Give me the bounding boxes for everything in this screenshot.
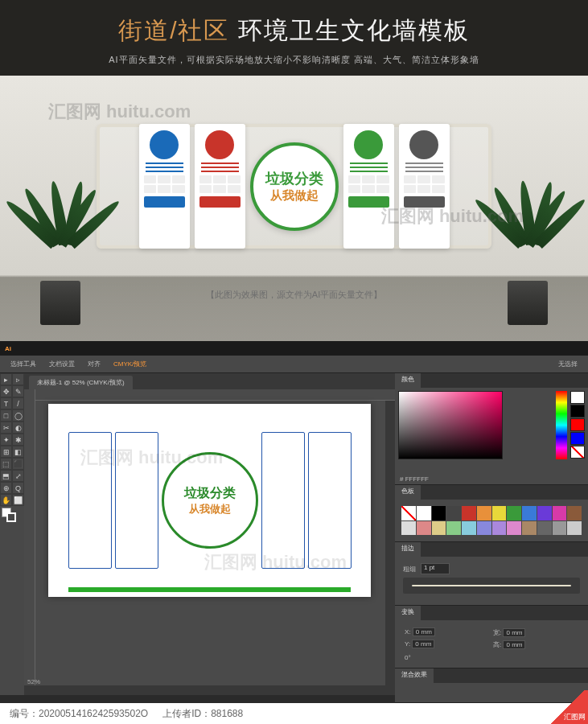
tools-panel: ▸▹✥✎T/□◯✂◐✦✱⊞◧⬚⬛⬒⤢⊕Q✋⬜ [0, 373, 24, 695]
tool-button[interactable]: ⊞ [0, 446, 12, 458]
tab-blend[interactable]: 混合效果 [395, 668, 434, 683]
wall-mockup-preview: 垃圾分类 从我做起 【此图为效果图，源文件为AI平面矢量文件】 汇图网 huit… [0, 76, 588, 341]
tab-stroke[interactable]: 描边 [395, 542, 421, 557]
swatch-grid[interactable] [400, 504, 583, 537]
brand-corner-badge: 汇图网 [549, 690, 588, 724]
title-prefix: 街道/社区 [118, 17, 229, 43]
tool-button[interactable]: ◧ [12, 446, 24, 458]
panel-hazardous [195, 124, 245, 249]
footer-metadata: 编号：2020051416242593502O 上传者ID：881688 汇图网 [0, 703, 588, 724]
tool-button[interactable]: ⊕ [0, 482, 12, 494]
plant-left [12, 180, 109, 325]
title-header: 街道/社区 环境卫生文化墙模板 AI平面矢量文件，可根据实际场地放大缩小不影响清… [0, 0, 588, 76]
tool-button[interactable]: T [0, 397, 12, 409]
transform-y[interactable]: Y: 0 mm [405, 640, 490, 649]
panel-other [399, 124, 450, 249]
title-main-text: 环境卫生文化墙模板 [238, 17, 470, 43]
badge-line1: 垃圾分类 [265, 169, 323, 188]
tool-button[interactable]: Q [12, 482, 24, 494]
transform-angle[interactable]: 0° [405, 654, 411, 661]
color-field[interactable] [398, 391, 503, 459]
opt-docsetup[interactable]: 文档设置 [45, 358, 79, 370]
illustrator-editor: Ai 选择工具 文档设置 对齐 CMYK/预览 无选择 ▸▹✥✎T/□◯✂◐✦✱… [0, 341, 588, 695]
asset-id: 编号：2020051416242593502O [10, 707, 148, 721]
ruler-horizontal[interactable] [24, 389, 395, 401]
tool-button[interactable]: ⬒ [0, 470, 12, 482]
tool-button[interactable]: ⤢ [12, 470, 24, 482]
scrollbar-horizontal[interactable] [24, 685, 395, 695]
color-panel: 颜色 # FFFFFF [395, 373, 588, 485]
tool-button[interactable]: ✋ [0, 494, 12, 506]
plant-right [479, 180, 576, 325]
right-panels: 颜色 # FFFFFF 色板 描边 [395, 373, 588, 695]
tool-button[interactable]: ✱ [12, 434, 24, 446]
scrollbar-vertical[interactable] [385, 401, 395, 685]
vector-green-bar[interactable] [68, 587, 351, 592]
badge-line2: 从我做起 [270, 188, 319, 204]
color-hex[interactable]: # FFFFFF [400, 475, 429, 483]
stroke-weight-label: 粗细 [403, 565, 416, 574]
doc-tab[interactable]: 未标题-1 @ 52% (CMYK/预览) [29, 376, 133, 389]
opt-select[interactable]: 选择工具 [6, 358, 40, 370]
vector-panel[interactable] [308, 432, 352, 569]
options-bar[interactable]: 选择工具 文档设置 对齐 CMYK/预览 无选择 [0, 356, 588, 373]
tab-swatches[interactable]: 色板 [395, 485, 421, 500]
tool-button[interactable]: ▹ [12, 373, 24, 385]
tool-button[interactable]: ✎ [12, 385, 24, 397]
opt-selection: 无选择 [554, 358, 582, 370]
page-title: 街道/社区 环境卫生文化墙模板 [24, 14, 564, 47]
document-tabs[interactable]: 未标题-1 @ 52% (CMYK/预览) [24, 373, 395, 389]
center-badge: 垃圾分类 从我做起 [250, 142, 339, 231]
fill-stroke-swatch[interactable] [0, 506, 24, 525]
transform-w[interactable]: 宽: 0 mm [493, 628, 578, 637]
panel-kitchen [343, 124, 394, 249]
panel-recyclable [139, 124, 190, 249]
status-zoom[interactable]: 52% [24, 678, 43, 685]
vector-panel[interactable] [261, 432, 305, 569]
vector-panel[interactable] [68, 432, 112, 569]
mockup-caption: 【此图为效果图，源文件为AI平面矢量文件】 [0, 289, 588, 301]
transform-panel: 变换 X: 0 mm 宽: 0 mm Y: 0 mm 高: 0 mm 0° [395, 606, 588, 668]
tool-button[interactable]: ⬛ [12, 458, 24, 470]
app-logo-icon: Ai [5, 345, 11, 352]
opt-align[interactable]: 对齐 [84, 358, 105, 370]
hue-slider[interactable] [556, 391, 567, 459]
menubar[interactable]: Ai [0, 341, 588, 356]
tool-button[interactable]: ✂ [0, 422, 12, 434]
transform-x[interactable]: X: 0 mm [405, 628, 490, 637]
tool-button[interactable]: ◐ [12, 422, 24, 434]
tab-transform[interactable]: 变换 [395, 606, 421, 620]
stroke-panel: 描边 粗细 1 pt [395, 542, 588, 606]
tool-button[interactable]: ✦ [0, 434, 12, 446]
tool-button[interactable]: ⬚ [0, 458, 12, 470]
tool-button[interactable]: ◯ [12, 409, 24, 422]
vector-panel[interactable] [115, 432, 158, 569]
wall-panels: 垃圾分类 从我做起 [113, 116, 475, 257]
color-shortcut-swatches[interactable] [570, 391, 585, 459]
swatches-panel: 色板 [395, 485, 588, 542]
vector-center-badge[interactable]: 垃圾分类 从我做起 [162, 452, 258, 549]
stroke-profile-preview[interactable] [403, 578, 580, 594]
tool-button[interactable]: / [12, 397, 24, 409]
canvas-area[interactable]: 未标题-1 @ 52% (CMYK/预览) 垃圾分类 从我做起 52% 汇图网 … [24, 373, 395, 695]
tool-button[interactable]: ⬜ [12, 494, 24, 506]
tool-button[interactable]: □ [0, 409, 12, 422]
ruler-vertical[interactable] [24, 389, 35, 695]
tab-color[interactable]: 颜色 [395, 373, 421, 388]
page-subtitle: AI平面矢量文件，可根据实际场地放大缩小不影响清晰度 高端、大气、简洁立体形象墙 [24, 54, 564, 66]
artboard[interactable]: 垃圾分类 从我做起 [48, 404, 371, 597]
transform-h[interactable]: 高: 0 mm [493, 640, 578, 649]
tool-button[interactable]: ✥ [0, 385, 12, 397]
opt-colormode: CMYK/预览 [109, 358, 150, 370]
stroke-weight-input[interactable]: 1 pt [421, 563, 450, 574]
tool-button[interactable]: ▸ [0, 373, 12, 385]
uploader-id: 上传者ID：881688 [162, 707, 243, 721]
